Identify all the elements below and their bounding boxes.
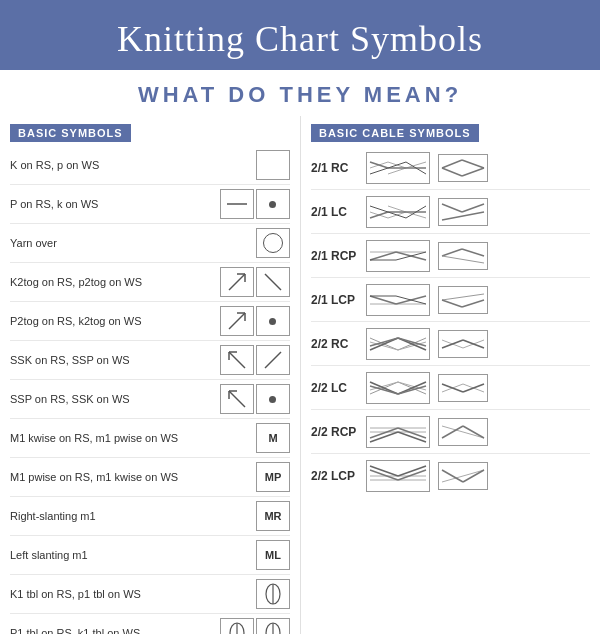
row-label: M1 pwise on RS, m1 kwise on WS	[10, 471, 254, 483]
svg-line-101	[442, 470, 463, 482]
svg-line-30	[442, 160, 462, 168]
symbol-box	[220, 306, 254, 336]
svg-line-92	[442, 426, 463, 438]
row-label: Left slanting m1	[10, 549, 254, 561]
row-label: SSK on RS, SSP on WS	[10, 354, 218, 366]
table-row: Right-slanting m1 MR	[10, 497, 290, 536]
cable-box-simple	[438, 374, 488, 402]
cable-box-detailed	[366, 328, 430, 360]
symbol-box	[256, 228, 290, 258]
cable-symbols	[366, 284, 488, 316]
row-label: SSP on RS, SSK on WS	[10, 393, 218, 405]
table-row: 2/1 RCP	[311, 234, 590, 278]
symbol-box	[220, 267, 254, 297]
symbol-box	[256, 306, 290, 336]
svg-line-4	[265, 274, 281, 290]
cable-label: 2/1 LC	[311, 205, 366, 219]
cable-symbols	[366, 152, 488, 184]
svg-line-25	[406, 162, 426, 168]
row-label: K on RS, p on WS	[10, 159, 254, 171]
cable-box-simple	[438, 242, 488, 270]
row-label: Yarn over	[10, 237, 254, 249]
symbol-box	[256, 267, 290, 297]
header: Knitting Chart Symbols	[0, 0, 600, 70]
table-row: 2/2 LCP	[311, 454, 590, 498]
symbol-box: MR	[256, 501, 290, 531]
svg-line-54	[370, 296, 396, 304]
table-row: 2/2 RC	[311, 322, 590, 366]
svg-line-58	[442, 294, 484, 300]
cable-label: 2/2 RCP	[311, 425, 366, 439]
svg-line-91	[442, 426, 484, 438]
table-row: K2tog on RS, p2tog on WS	[10, 263, 290, 302]
cable-box-detailed	[366, 284, 430, 316]
cable-label: 2/2 LCP	[311, 469, 366, 483]
svg-line-59	[442, 300, 462, 307]
svg-line-52	[442, 256, 484, 263]
main-content: BASIC SYMBOLS K on RS, p on WS P on RS, …	[0, 116, 600, 634]
svg-line-31	[462, 160, 484, 168]
cable-symbols	[366, 460, 488, 492]
svg-line-43	[462, 204, 484, 212]
cable-label: 2/1 LCP	[311, 293, 366, 307]
table-row: SSP on RS, SSK on WS	[10, 380, 290, 419]
cable-box-simple	[438, 286, 488, 314]
cable-label: 2/2 LC	[311, 381, 366, 395]
symbol-box	[256, 189, 290, 219]
svg-line-50	[442, 249, 462, 256]
row-label: P1 tbl on RS, k1 tbl on WS	[10, 627, 218, 634]
symbol-box: M	[256, 423, 290, 453]
symbol-box: ML	[256, 540, 290, 570]
cable-box-simple	[438, 198, 488, 226]
cable-box-detailed	[366, 152, 430, 184]
svg-line-8	[229, 352, 245, 368]
subtitle-row: WHAT DO THEY MEAN?	[0, 70, 600, 116]
cable-box-simple	[438, 462, 488, 490]
cable-box-simple	[438, 330, 488, 358]
symbol-box	[220, 189, 254, 219]
symbol-box	[220, 618, 254, 634]
svg-line-93	[463, 426, 484, 438]
svg-line-100	[442, 470, 484, 482]
svg-line-37	[406, 212, 426, 218]
svg-line-60	[462, 300, 484, 307]
table-row: P1 tbl on RS, k1 tbl on WS	[10, 614, 290, 634]
table-row: K1 tbl on RS, p1 tbl on WS	[10, 575, 290, 614]
cable-box-simple	[438, 154, 488, 182]
header-title: Knitting Chart Symbols	[20, 18, 580, 60]
cable-symbols	[366, 240, 488, 272]
right-column: BASIC CABLE SYMBOLS 2/1 RC	[300, 116, 590, 634]
cable-box-detailed	[366, 416, 430, 448]
cable-box-detailed	[366, 196, 430, 228]
symbol-box	[256, 579, 290, 609]
table-row: Yarn over	[10, 224, 290, 263]
row-label: Right-slanting m1	[10, 510, 254, 522]
table-row: 2/2 RCP	[311, 410, 590, 454]
svg-line-5	[229, 313, 245, 329]
row-label: P on RS, k on WS	[10, 198, 218, 210]
row-label: K2tog on RS, p2tog on WS	[10, 276, 218, 288]
table-row: P2tog on RS, k2tog on WS	[10, 302, 290, 341]
header-subtitle: WHAT DO THEY MEAN?	[120, 80, 480, 110]
row-label: P2tog on RS, k2tog on WS	[10, 315, 218, 327]
svg-line-32	[442, 168, 462, 176]
cable-symbols	[366, 196, 488, 228]
svg-line-12	[229, 391, 245, 407]
svg-line-46	[370, 252, 396, 260]
svg-line-24	[388, 168, 406, 174]
svg-line-1	[229, 274, 245, 290]
table-row: M1 kwise on RS, m1 pwise on WS M	[10, 419, 290, 458]
cable-symbols-heading: BASIC CABLE SYMBOLS	[311, 124, 479, 142]
table-row: SSK on RS, SSP on WS	[10, 341, 290, 380]
cable-symbols	[366, 416, 488, 448]
table-row: Left slanting m1 ML	[10, 536, 290, 575]
cable-box-detailed	[366, 372, 430, 404]
cable-box-detailed	[366, 460, 430, 492]
cable-label: 2/2 RC	[311, 337, 366, 351]
table-row: 2/1 LC	[311, 190, 590, 234]
symbol-box	[220, 345, 254, 375]
svg-line-44	[442, 212, 484, 220]
cable-symbols	[366, 372, 488, 404]
basic-symbols-heading: BASIC SYMBOLS	[10, 124, 131, 142]
symbol-box	[256, 618, 290, 634]
